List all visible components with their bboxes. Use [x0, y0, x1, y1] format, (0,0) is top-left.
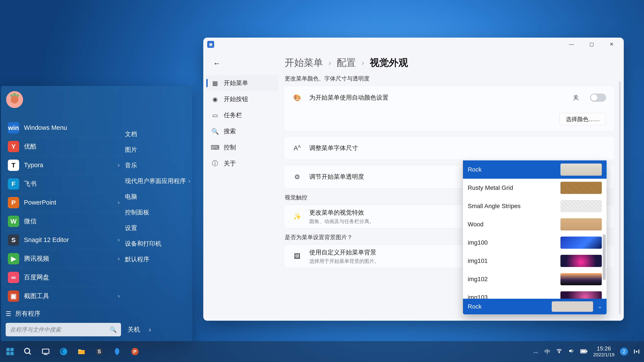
nav-item[interactable]: ▭任务栏: [206, 107, 278, 123]
start-place-item[interactable]: 音乐: [123, 158, 192, 173]
nav-label: 控制: [224, 143, 236, 152]
auto-color-toggle[interactable]: [590, 93, 606, 102]
app-icon: win: [8, 122, 19, 133]
start-app-item[interactable]: ▶腾讯视频›: [5, 249, 123, 268]
chevron-right-icon: ›: [118, 293, 120, 299]
app-icon: T: [8, 160, 19, 171]
start-app-item[interactable]: TTypora›: [5, 156, 123, 175]
dropdown-selected-label: Rock: [468, 303, 482, 310]
dropdown-option[interactable]: img100: [463, 234, 606, 252]
chevron-right-icon: ›: [188, 178, 190, 184]
taskbar-explorer-icon[interactable]: [75, 346, 88, 358]
nav-item[interactable]: 🔍搜索: [206, 123, 278, 139]
start-app-item[interactable]: ∞百度网盘: [5, 268, 123, 287]
start-search-input[interactable]: 在程序与文件中搜索 🔍: [6, 323, 121, 336]
dropdown-option[interactable]: img101: [463, 252, 606, 270]
sparkle-icon: ✨: [292, 213, 302, 220]
list-icon: ☰: [6, 310, 11, 318]
app-label: Typora: [24, 162, 43, 169]
app-icon: F: [8, 178, 19, 190]
ime-indicator[interactable]: 中: [544, 348, 550, 356]
option-label: Rusty Metal Grid: [468, 184, 513, 191]
app-icon: ∞: [8, 272, 19, 283]
start-place-item[interactable]: 设置: [123, 220, 192, 236]
crumb-start[interactable]: 开始菜单: [285, 56, 323, 69]
minimize-button[interactable]: —: [562, 38, 582, 51]
start-app-item[interactable]: winWindows Menu: [5, 118, 123, 137]
dropdown-option[interactable]: img102: [463, 270, 606, 288]
dropdown-option[interactable]: Wood: [463, 215, 606, 234]
taskbar-powerpoint-icon[interactable]: P: [129, 346, 141, 358]
nav-item[interactable]: ▦开始菜单: [206, 75, 278, 91]
maximize-button[interactable]: ▢: [582, 38, 602, 51]
app-icon: ▶: [8, 253, 19, 264]
volume-icon[interactable]: [568, 348, 574, 356]
settings-window: ▣ — ▢ ✕ ← ▦开始菜单◉开始按钮▭任务栏🔍搜索⌨控制ⓘ关于 开始菜单 ›…: [203, 38, 624, 321]
start-place-item[interactable]: 文档: [123, 126, 192, 142]
svg-rect-2: [6, 352, 10, 355]
dropdown-option[interactable]: Rusty Metal Grid: [463, 179, 606, 197]
back-button[interactable]: ←: [210, 57, 223, 70]
tray-chevron-icon[interactable]: ︿: [533, 348, 539, 356]
font-size-card[interactable]: AA 调整菜单字体尺寸: [284, 136, 614, 160]
swatch: [560, 182, 602, 194]
start-app-item[interactable]: F飞书: [5, 175, 123, 193]
close-button[interactable]: ✕: [602, 38, 622, 51]
dropdown-option[interactable]: img103: [463, 288, 606, 299]
main-scrollbar[interactable]: [619, 81, 621, 314]
nav-label: 搜索: [224, 127, 236, 135]
start-menu-apps-column: winWindows MenuY优酷TTypora›F飞书PPowerPoint…: [1, 118, 123, 307]
start-app-item[interactable]: ▣截图工具›: [5, 287, 123, 306]
nav-icon: ⓘ: [211, 160, 219, 167]
toggle-state: 关: [573, 94, 579, 101]
sidebar: ← ▦开始菜单◉开始按钮▭任务栏🔍搜索⌨控制ⓘ关于: [203, 51, 282, 321]
start-place-item[interactable]: 电脑: [123, 189, 192, 205]
app-icon: W: [8, 216, 19, 227]
start-place-item[interactable]: 图片: [123, 142, 192, 158]
start-place-item[interactable]: 设备和打印机: [123, 236, 192, 252]
svg-point-13: [559, 352, 560, 353]
scrollbar-thumb[interactable]: [603, 234, 606, 280]
start-app-item[interactable]: SSnagit 12 Editor›: [5, 231, 123, 249]
notification-badge[interactable]: 2: [620, 348, 628, 356]
nav-item[interactable]: ◉开始按钮: [206, 91, 278, 107]
font-size-label: 调整菜单字体尺寸: [309, 144, 358, 152]
chevron-right-icon: ›: [118, 255, 120, 262]
user-avatar[interactable]: [6, 91, 23, 108]
taskbar-search-icon[interactable]: [22, 346, 34, 358]
start-place-item[interactable]: 现代用户界面应用程序›: [123, 173, 192, 189]
nav-item[interactable]: ⌨控制: [206, 139, 278, 155]
wifi-icon[interactable]: [556, 348, 562, 356]
nav-icon: ▭: [211, 111, 219, 119]
dropdown-selected[interactable]: Rock ⌄: [463, 299, 606, 314]
swatch: [552, 301, 593, 312]
date: 2022/1/19: [593, 352, 614, 358]
vfx-label: 更改菜单的视觉特效: [309, 209, 374, 217]
app-icon: ▣: [8, 291, 19, 302]
taskbar-edge-icon[interactable]: [58, 346, 70, 358]
titlebar[interactable]: ▣ — ▢ ✕: [203, 38, 624, 51]
all-programs[interactable]: ☰ 所有程序: [6, 309, 40, 318]
search-placeholder: 在程序与文件中搜索: [10, 326, 61, 334]
crumb-config[interactable]: 配置: [337, 56, 356, 69]
nav-item[interactable]: ⓘ关于: [206, 155, 278, 172]
start-app-item[interactable]: W微信: [5, 212, 123, 231]
dropdown-option[interactable]: Small Angle Stripes: [463, 197, 606, 215]
start-app-item[interactable]: PPowerPoint›: [5, 193, 123, 212]
taskbar-snagit-icon[interactable]: S: [93, 346, 105, 358]
power-button[interactable]: 关机 ›: [128, 323, 151, 336]
clock[interactable]: 15:26 2022/1/19: [593, 346, 614, 358]
start-place-item[interactable]: 默认程序: [123, 252, 192, 267]
taskbar-cortana-icon[interactable]: [111, 346, 123, 358]
start-app-item[interactable]: Y优酷: [5, 137, 123, 156]
brand-icon[interactable]: I•I: [634, 348, 640, 355]
taskbar-start-icon[interactable]: [4, 346, 16, 358]
app-label: PowerPoint: [24, 199, 56, 206]
start-place-item[interactable]: 控制面板: [123, 205, 192, 220]
choose-color-button[interactable]: 选择颜色……: [560, 113, 606, 125]
taskbar-taskview-icon[interactable]: [40, 346, 52, 358]
dropdown-option[interactable]: Rock: [463, 160, 606, 179]
battery-icon[interactable]: [580, 348, 588, 355]
place-label: 默认程序: [125, 255, 149, 264]
auto-color-card: 🎨 为开始菜单使用自动颜色设置 关 选择颜色……: [284, 86, 614, 131]
